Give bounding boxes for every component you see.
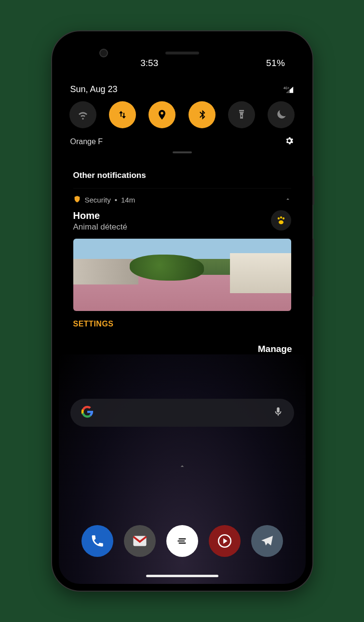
do-not-disturb-icon [275,109,287,121]
screen: 3:53 51% Sun, Aug 23 4G+ [59,38,306,584]
quick-settings-row [68,101,296,135]
flashlight-icon [236,109,247,121]
earpiece-speaker [165,52,199,54]
carrier-name: Orange F [70,137,103,146]
gear-icon [284,136,294,146]
voice-search-button[interactable] [273,406,283,419]
wifi-icon [77,109,89,121]
front-camera [99,49,108,57]
status-bar: 3:53 51% [59,44,306,82]
data-arrows-icon [117,109,128,121]
battery-percentage: 51% [266,58,285,68]
notification-title: Home [73,210,127,221]
camera-snapshot[interactable] [73,239,291,311]
play-circle-icon [216,533,233,549]
phone-app[interactable] [81,525,113,557]
signal-icon: 4G+ [283,86,294,94]
bluetooth-icon [196,109,208,121]
notification-action-settings[interactable]: SETTINGS [73,320,291,328]
notification-shade[interactable]: Sun, Aug 23 4G+ [59,82,306,158]
app-drawer-button[interactable] [166,525,198,557]
paw-icon [275,215,287,226]
svg-point-2 [280,216,282,218]
app-drawer-hint[interactable] [178,462,186,472]
svg-point-4 [279,220,283,224]
wifi-toggle[interactable] [69,101,96,128]
gmail-app[interactable] [124,525,156,557]
home-screen[interactable] [59,354,306,584]
settings-button[interactable] [284,136,294,148]
mobile-data-toggle[interactable] [109,101,136,128]
volume-button-physical [312,239,314,297]
dot-separator: • [115,196,117,204]
notification-group: Other notifications Security • 14m Home [65,163,300,337]
do-not-disturb-toggle[interactable] [268,101,295,128]
svg-point-3 [282,217,284,219]
date-label: Sun, Aug 23 [70,84,118,95]
chevron-up-icon [178,462,186,470]
flashlight-toggle[interactable] [228,101,255,128]
google-logo-icon [81,406,94,420]
telegram-icon [259,533,275,549]
collapse-chevron[interactable] [284,196,291,204]
telegram-app[interactable] [251,525,283,557]
shade-drag-handle[interactable] [173,151,192,153]
gesture-nav-bar[interactable] [146,575,218,577]
youtube-music-app[interactable] [209,525,241,557]
chevron-up-icon [284,196,291,203]
location-toggle[interactable] [148,101,175,128]
detection-badge [271,210,291,230]
phone-icon [90,534,105,548]
notification-item[interactable]: Security • 14m Home Animal détecté [73,188,291,328]
notification-section-title: Other notifications [73,171,291,180]
svg-point-1 [277,217,279,219]
dock [59,525,306,557]
google-search-bar[interactable] [70,399,294,427]
svg-text:4G+: 4G+ [283,86,290,90]
notification-subtitle: Animal détecté [73,222,127,232]
manage-notifications-link[interactable]: Manage [59,337,306,354]
phone-frame: 3:53 51% Sun, Aug 23 4G+ [52,31,312,591]
bluetooth-toggle[interactable] [189,101,216,128]
notification-age: 14m [121,196,135,204]
gmail-icon [131,532,148,550]
microphone-icon [273,406,283,417]
drawer-lines-icon [176,535,189,547]
shield-icon [73,195,81,204]
power-button-physical [312,176,314,205]
notification-app-name: Security [85,196,111,204]
clock: 3:53 [140,58,158,68]
location-pin-icon [156,109,168,121]
